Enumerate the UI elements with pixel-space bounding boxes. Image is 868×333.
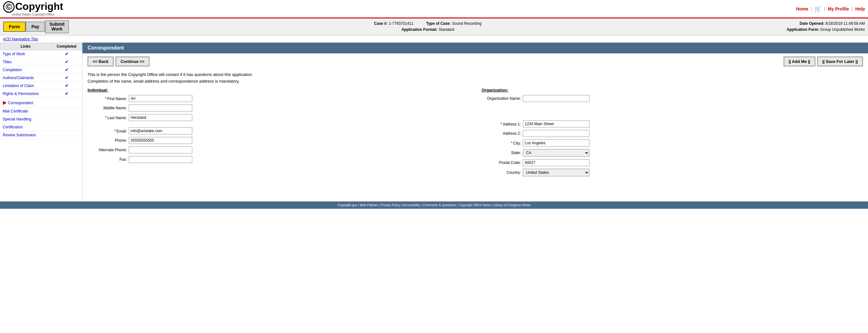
sidebar-link-authors/claimants[interactable]: Authors/Claimants (3, 76, 34, 80)
postal-input[interactable] (523, 159, 589, 166)
alt-phone-row: Alternate Phone: (88, 146, 469, 154)
sidebar-item-4[interactable]: Limitation of Claim (0, 82, 51, 90)
first-name-input[interactable] (129, 95, 192, 102)
case-info: Case #: 1-7793701411 Type of Case: Sound… (69, 21, 786, 33)
sidebar-link-certification[interactable]: Certification (3, 125, 23, 129)
sidebar-link-completion[interactable]: Completion (3, 68, 22, 72)
address2-label: Address 2: (482, 131, 523, 136)
my-profile-link[interactable]: My Profile (828, 6, 849, 11)
sidebar-item-10[interactable]: Review Submission (0, 131, 51, 139)
form-columns: Individual: *First Name: Middle Name: (88, 88, 863, 179)
copyright-circle: © (3, 1, 14, 13)
sidebar-item-2[interactable]: Completion (0, 66, 51, 74)
save-for-later-button[interactable]: || Save For Later || (817, 57, 863, 66)
city-row: *City: (482, 139, 863, 146)
app-form: Group Unpublished Works (820, 27, 865, 32)
sidebar-link-review-submission[interactable]: Review Submission (3, 133, 36, 137)
sidebar-link-mail-certificate[interactable]: Mail Certificate (3, 109, 28, 113)
country-label: Country: (482, 170, 523, 175)
submit-work-button[interactable]: Submit Work (45, 20, 69, 33)
desc-line2: Completion of the name, email address an… (88, 78, 863, 85)
sidebar-item-6[interactable]: ▶ Correspondent (0, 98, 51, 107)
form-description: This is the person the Copyright Office … (83, 70, 868, 88)
sidebar-completed-4: ✔ (51, 82, 82, 90)
alt-phone-input[interactable] (129, 146, 192, 154)
last-name-input[interactable] (129, 114, 192, 121)
form-body: Individual: *First Name: Middle Name: (83, 88, 868, 185)
sidebar-item-0[interactable]: Type of Work (0, 50, 51, 58)
date-opened-label: Date Opened: (800, 21, 825, 26)
cart-icon[interactable]: 🛒 (814, 5, 822, 12)
sidebar-item-5[interactable]: Rights & Permissions (0, 90, 51, 98)
logo-subtitle: United States Copyright Office (3, 13, 63, 16)
sidebar-links-header: Links (0, 43, 51, 50)
first-name-label: *First Name: (88, 96, 129, 101)
fax-input[interactable] (129, 156, 192, 163)
sidebar-item-8[interactable]: Special Handling (0, 115, 51, 123)
back-button[interactable]: << Back (88, 57, 114, 66)
country-select[interactable]: United States Canada (523, 169, 589, 176)
type-of-case: Sound Recording (452, 21, 482, 27)
fax-row: Fax: (88, 156, 469, 163)
email-row: *Email: (88, 128, 469, 134)
date-info: Date Opened: 6/16/2019 11:49:58 AM Appli… (786, 21, 865, 33)
footer: Copyright.gov | Web Policies | Privacy P… (0, 201, 868, 209)
current-arrow-icon: ▶ (3, 100, 8, 105)
address1-required: * (500, 121, 502, 127)
sidebar-link-titles[interactable]: Titles (3, 60, 12, 64)
sidebar-link-rights-&-permissions[interactable]: Rights & Permissions (3, 91, 39, 96)
app-format-label: Application Format: (401, 27, 437, 33)
footer-text: Copyright.gov | Web Policies | Privacy P… (338, 203, 530, 207)
sidebar-link-type-of-work[interactable]: Type of Work (3, 52, 25, 56)
postal-row: Postal Code: (482, 159, 863, 166)
sidebar-item-3[interactable]: Authors/Claimants (0, 74, 51, 82)
sidebar-completed-10 (51, 131, 82, 139)
address1-input[interactable] (523, 120, 589, 128)
state-label: State: (482, 150, 523, 155)
type-of-case-label: Type of Case: (426, 21, 451, 27)
phone-row: Phone: (88, 137, 469, 144)
sidebar-completed-3: ✔ (51, 74, 82, 82)
date-opened: 6/16/2019 11:49:58 AM (826, 21, 865, 26)
action-buttons: << Back Continue >> || Add Me || || Save… (83, 53, 868, 70)
logo: ©Copyright (3, 1, 63, 13)
sidebar-item-9[interactable]: Certification (0, 123, 51, 131)
email-input[interactable] (129, 128, 192, 134)
sidebar-completed-5: ✔ (51, 90, 82, 98)
sidebar-link-special-handling[interactable]: Special Handling (3, 117, 31, 121)
last-name-required: * (105, 115, 106, 120)
address2-input[interactable] (523, 130, 589, 137)
eco-tips-link[interactable]: eCO Navigation Tips (3, 37, 38, 41)
individual-column: Individual: *First Name: Middle Name: (88, 88, 469, 179)
app-form-label: Application Form: (786, 27, 819, 32)
home-link[interactable]: Home (796, 6, 808, 11)
sidebar-link-correspondent[interactable]: Correspondent (8, 101, 33, 105)
organization-header: Organization: (482, 88, 863, 92)
sidebar-link-limitation-of-claim[interactable]: Limitation of Claim (3, 84, 34, 88)
add-me-button[interactable]: || Add Me || (784, 57, 815, 66)
email-required: * (114, 128, 116, 134)
pay-button[interactable]: Pay (26, 22, 45, 32)
logo-area: ©Copyright United States Copyright Offic… (3, 1, 63, 16)
middle-name-input[interactable] (129, 105, 192, 112)
phone-input[interactable] (129, 137, 192, 144)
state-select[interactable]: CA NY TX (523, 149, 589, 157)
sidebar-completed-7 (51, 107, 82, 115)
continue-button[interactable]: Continue >> (116, 57, 149, 66)
city-input[interactable] (523, 139, 589, 146)
last-name-row: *Last Name: (88, 114, 469, 121)
form-button[interactable]: Form (3, 22, 26, 32)
sidebar-completed-9 (51, 123, 82, 131)
sidebar-completed-header: Completed (51, 43, 82, 50)
sidebar-completed-6 (51, 98, 82, 107)
first-name-required: * (105, 96, 106, 101)
city-required: * (511, 140, 513, 145)
alt-phone-label: Alternate Phone: (88, 148, 129, 152)
address2-row: Address 2: (482, 130, 863, 137)
sidebar-completed-1: ✔ (51, 58, 82, 66)
sidebar-item-7[interactable]: Mail Certificate (0, 107, 51, 115)
sidebar-item-1[interactable]: Titles (0, 58, 51, 66)
content-area: Correspondent << Back Continue >> || Add… (83, 43, 868, 201)
org-name-input[interactable] (523, 95, 589, 102)
help-link[interactable]: Help (855, 6, 865, 11)
